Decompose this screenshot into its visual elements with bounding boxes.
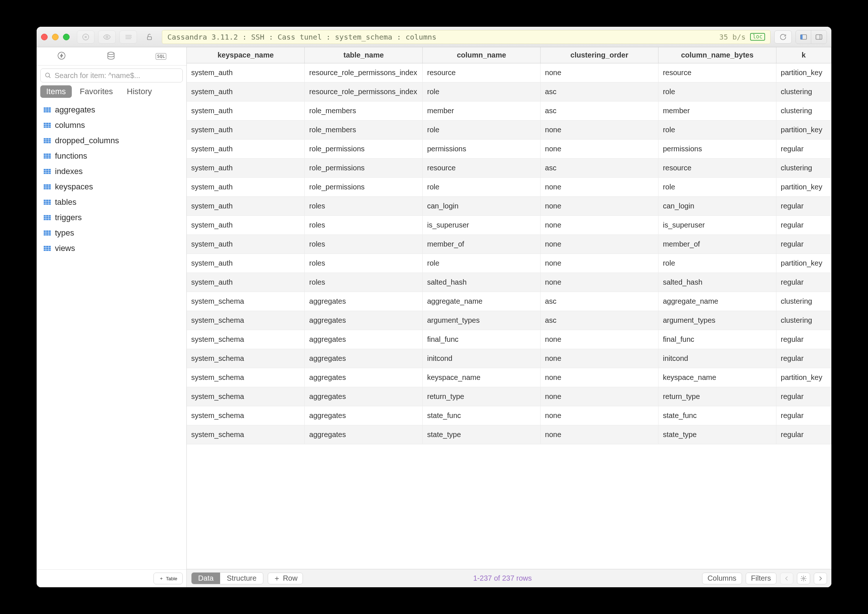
table-cell[interactable]: system_auth bbox=[187, 178, 305, 197]
table-row[interactable]: system_schemaaggregatesaggregate_nameasc… bbox=[187, 292, 831, 311]
table-cell[interactable]: initcond bbox=[423, 349, 541, 368]
table-cell[interactable]: role_members bbox=[305, 101, 423, 121]
table-cell[interactable]: clustering bbox=[776, 101, 831, 121]
table-cell[interactable]: argument_types bbox=[658, 311, 776, 330]
table-cell[interactable]: aggregates bbox=[305, 387, 423, 406]
undo-button[interactable] bbox=[77, 30, 95, 43]
table-cell[interactable]: permissions bbox=[423, 140, 541, 159]
table-cell[interactable]: return_type bbox=[423, 387, 541, 406]
table-cell[interactable]: system_schema bbox=[187, 406, 305, 425]
table-cell[interactable]: regular bbox=[776, 140, 831, 159]
data-grid[interactable]: keyspace_nametable_namecolumn_namecluste… bbox=[187, 47, 831, 569]
table-row[interactable]: system_authrolesis_superusernoneis_super… bbox=[187, 216, 831, 235]
table-row[interactable]: system_authrole_permissionsrolenonerolep… bbox=[187, 178, 831, 197]
table-cell[interactable]: return_type bbox=[658, 387, 776, 406]
table-cell[interactable]: aggregates bbox=[305, 330, 423, 349]
search-input[interactable]: Search for item: ^name$... bbox=[40, 68, 183, 82]
table-cell[interactable]: aggregates bbox=[305, 311, 423, 330]
settings-button[interactable] bbox=[797, 573, 810, 585]
table-cell[interactable]: system_schema bbox=[187, 311, 305, 330]
table-row[interactable]: system_authrolesmember_ofnonemember_ofre… bbox=[187, 235, 831, 254]
table-cell[interactable]: permissions bbox=[658, 140, 776, 159]
table-cell[interactable]: system_auth bbox=[187, 101, 305, 121]
table-cell[interactable]: aggregates bbox=[305, 368, 423, 387]
sidebar-item-dropped_columns[interactable]: dropped_columns bbox=[37, 133, 186, 148]
table-row[interactable]: system_schemaaggregatesstate_typenonesta… bbox=[187, 425, 831, 444]
table-cell[interactable]: system_schema bbox=[187, 292, 305, 311]
table-cell[interactable]: system_auth bbox=[187, 273, 305, 292]
prev-page-button[interactable] bbox=[780, 573, 793, 585]
add-table-button[interactable]: ＋ Table bbox=[153, 573, 183, 585]
add-row-button[interactable]: ＋ Row bbox=[268, 573, 303, 585]
column-header-column_name_bytes[interactable]: column_name_bytes bbox=[658, 47, 776, 64]
columns-button[interactable]: Columns bbox=[702, 573, 742, 585]
table-row[interactable]: system_authresource_role_permissons_inde… bbox=[187, 64, 831, 82]
table-cell[interactable]: roles bbox=[305, 254, 423, 273]
table-cell[interactable]: aggregate_name bbox=[423, 292, 541, 311]
close-window-button[interactable] bbox=[41, 34, 48, 40]
table-cell[interactable]: system_schema bbox=[187, 387, 305, 406]
table-cell[interactable]: system_auth bbox=[187, 235, 305, 254]
connection-mode-button[interactable] bbox=[57, 51, 66, 62]
table-cell[interactable]: resource bbox=[423, 159, 541, 178]
table-row[interactable]: system_authrolescan_loginnonecan_loginre… bbox=[187, 197, 831, 216]
column-header-k[interactable]: k bbox=[776, 47, 831, 64]
table-cell[interactable]: none bbox=[541, 64, 659, 82]
table-cell[interactable]: member bbox=[423, 101, 541, 121]
table-cell[interactable]: regular bbox=[776, 425, 831, 444]
table-cell[interactable]: none bbox=[541, 425, 659, 444]
table-row[interactable]: system_schemaaggregatesinitcondnoneinitc… bbox=[187, 349, 831, 368]
table-cell[interactable]: role bbox=[423, 254, 541, 273]
table-cell[interactable]: role bbox=[423, 178, 541, 197]
table-cell[interactable]: regular bbox=[776, 197, 831, 216]
table-cell[interactable]: system_schema bbox=[187, 425, 305, 444]
table-cell[interactable]: resource bbox=[658, 64, 776, 82]
next-page-button[interactable] bbox=[814, 573, 827, 585]
view-structure-button[interactable]: Structure bbox=[220, 573, 263, 584]
table-cell[interactable]: regular bbox=[776, 406, 831, 425]
table-cell[interactable]: system_auth bbox=[187, 197, 305, 216]
table-cell[interactable]: resource_role_permissons_index bbox=[305, 64, 423, 82]
table-row[interactable]: system_schemaaggregatesargument_typesasc… bbox=[187, 311, 831, 330]
preview-toggle-button[interactable] bbox=[98, 30, 116, 43]
minimize-window-button[interactable] bbox=[52, 34, 59, 40]
table-cell[interactable]: resource_role_permissons_index bbox=[305, 82, 423, 101]
table-cell[interactable]: final_func bbox=[423, 330, 541, 349]
table-cell[interactable]: partition_key bbox=[776, 178, 831, 197]
table-cell[interactable]: system_auth bbox=[187, 216, 305, 235]
table-cell[interactable]: role bbox=[423, 121, 541, 140]
table-cell[interactable]: state_func bbox=[423, 406, 541, 425]
filters-button[interactable]: Filters bbox=[746, 573, 777, 585]
table-cell[interactable]: partition_key bbox=[776, 368, 831, 387]
table-cell[interactable]: role bbox=[658, 254, 776, 273]
table-cell[interactable]: asc bbox=[541, 292, 659, 311]
table-cell[interactable]: keyspace_name bbox=[658, 368, 776, 387]
lock-button[interactable] bbox=[141, 30, 158, 43]
table-cell[interactable]: is_superuser bbox=[658, 216, 776, 235]
table-row[interactable]: system_authrole_membersmemberascmembercl… bbox=[187, 101, 831, 121]
table-cell[interactable]: partition_key bbox=[776, 121, 831, 140]
table-cell[interactable]: none bbox=[541, 406, 659, 425]
table-cell[interactable]: regular bbox=[776, 216, 831, 235]
table-cell[interactable]: clustering bbox=[776, 82, 831, 101]
table-cell[interactable]: asc bbox=[541, 101, 659, 121]
table-cell[interactable]: system_auth bbox=[187, 64, 305, 82]
table-cell[interactable]: partition_key bbox=[776, 64, 831, 82]
table-cell[interactable]: roles bbox=[305, 235, 423, 254]
table-cell[interactable]: asc bbox=[541, 82, 659, 101]
sidebar-item-types[interactable]: types bbox=[37, 225, 186, 241]
sidebar-item-aggregates[interactable]: aggregates bbox=[37, 102, 186, 118]
table-cell[interactable]: aggregates bbox=[305, 349, 423, 368]
table-row[interactable]: system_authrole_permissionsresourceascre… bbox=[187, 159, 831, 178]
table-cell[interactable]: system_schema bbox=[187, 368, 305, 387]
table-cell[interactable]: none bbox=[541, 235, 659, 254]
table-cell[interactable]: state_type bbox=[658, 425, 776, 444]
table-cell[interactable]: initcond bbox=[658, 349, 776, 368]
table-cell[interactable]: system_auth bbox=[187, 140, 305, 159]
table-cell[interactable]: role_members bbox=[305, 121, 423, 140]
table-cell[interactable]: regular bbox=[776, 387, 831, 406]
table-row[interactable]: system_schemaaggregatesfinal_funcnonefin… bbox=[187, 330, 831, 349]
table-cell[interactable]: none bbox=[541, 387, 659, 406]
list-toggle-button[interactable] bbox=[119, 30, 137, 43]
table-cell[interactable]: system_schema bbox=[187, 330, 305, 349]
